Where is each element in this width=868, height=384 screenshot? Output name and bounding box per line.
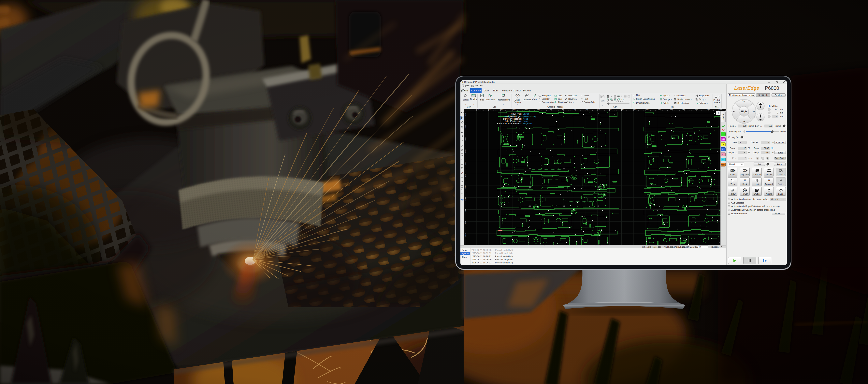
svg-text:«: « — [744, 178, 746, 182]
svg-text:X+: X+ — [752, 110, 755, 113]
svg-text:1050: 1050 — [707, 109, 710, 111]
svg-text:View Type:: View Type: — [511, 113, 522, 115]
svg-text:Back Point After Process:: Back Point After Process: — [497, 123, 522, 125]
svg-text:1050: 1050 — [464, 186, 466, 189]
svg-text:X-: X- — [733, 110, 735, 113]
svg-text:1: 1 — [517, 95, 518, 97]
svg-text:1000: 1000 — [464, 198, 466, 201]
svg-text:A: A — [461, 171, 463, 174]
svg-text:Sketch: Sketch — [523, 113, 529, 115]
svg-text:1150: 1150 — [464, 162, 466, 165]
svg-text:After Processing:: After Processing: — [505, 120, 522, 122]
svg-text:$: $ — [732, 189, 733, 191]
svg-text:SIM: SIM — [731, 170, 734, 172]
svg-text:None: None — [523, 120, 528, 122]
svg-text:1200: 1200 — [464, 149, 466, 153]
svg-text:W: W — [744, 189, 746, 191]
svg-text:»: » — [768, 178, 770, 182]
svg-text:High: High — [741, 110, 747, 113]
svg-text:(0.000, 0.000): (0.000, 0.000) — [523, 115, 536, 118]
svg-text:%: % — [462, 90, 464, 92]
svg-text:1100: 1100 — [464, 174, 466, 177]
svg-text:Y-: Y- — [743, 120, 745, 123]
svg-text:Y+: Y+ — [742, 100, 745, 103]
svg-text:1300: 1300 — [464, 125, 466, 129]
svg-text:Workpiece Origin:: Workpiece Origin: — [504, 115, 522, 118]
svg-text:1000: 1000 — [694, 109, 698, 111]
svg-text:1100: 1100 — [719, 109, 722, 111]
svg-text:1250: 1250 — [464, 138, 466, 141]
svg-text:1350: 1350 — [464, 113, 466, 117]
svg-text:Stagnation: Stagnation — [523, 123, 533, 125]
svg-text:TL: TL — [744, 170, 745, 172]
